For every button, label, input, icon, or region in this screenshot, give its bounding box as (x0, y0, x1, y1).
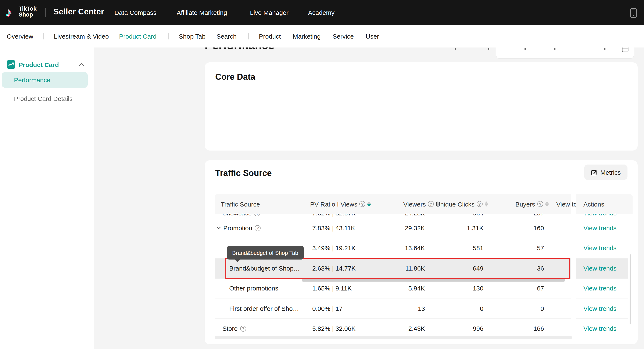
row-name: First order offer of Sho… (229, 305, 299, 312)
mobile-app-icon[interactable] (630, 8, 637, 18)
topnav-item-affiliate-marketing[interactable]: Affiliate Marketing (177, 9, 227, 16)
traffic-metrics-button[interactable]: Metrics (584, 165, 628, 180)
tab-overview[interactable]: Overview (7, 33, 33, 40)
help-icon[interactable]: ? (240, 325, 246, 331)
tab-marketing[interactable]: Marketing (293, 33, 321, 40)
view-trends-link[interactable]: View trends (584, 305, 616, 312)
table-row-actions: View trends (576, 218, 628, 238)
view-trends-link[interactable]: View trends (584, 284, 616, 292)
view-trends-link[interactable]: View trends (584, 224, 616, 231)
vertical-scrollbar-thumb[interactable] (630, 254, 631, 324)
cell-viewers: 24.25K (374, 214, 425, 217)
cell-unique-clicks: 964 (432, 214, 484, 217)
row-name: Showcase? (222, 214, 260, 217)
column-view-to-truncated: View to (556, 194, 577, 214)
row-name: Brand&budget of Shop… (229, 265, 300, 272)
cell-viewers: 2.43K (374, 325, 425, 332)
table-row: Other promotions1.65% | 9.11K5.94K13067 (215, 279, 571, 299)
cell-pv-ratio-views: 0.00% | 17 (312, 305, 342, 312)
cell-viewers: 11.86K (374, 265, 425, 272)
divider (43, 33, 44, 40)
tab-service[interactable]: Service (332, 33, 354, 40)
cell-unique-clicks: 581 (432, 244, 484, 251)
row-name: Promotion? (216, 224, 261, 231)
row-name-label: Showcase (222, 214, 252, 217)
core-data-card: Core Data (205, 62, 638, 151)
tiktok-logo-icon[interactable]: ♪ (6, 5, 12, 20)
cell-pv-ratio-views: 7.83% | 43.11K (312, 224, 355, 231)
cell-unique-clicks: 130 (432, 284, 484, 292)
row-name-label: Promotion (223, 224, 252, 231)
horizontal-scrollbar-track[interactable] (215, 336, 572, 339)
topnav-item-live-manager[interactable]: Live Manager (250, 9, 288, 16)
row-name: Store? (222, 325, 246, 332)
help-icon[interactable]: ? (537, 201, 543, 207)
table-row-actions: View trends (576, 259, 628, 279)
cell-pv-ratio-views: 2.68% | 14.77K (312, 265, 356, 272)
seller-center-title[interactable]: Seller Center (54, 7, 104, 17)
table-header-actions: Actions (576, 194, 632, 214)
sort-control[interactable] (545, 201, 549, 206)
help-icon[interactable]: ? (254, 214, 260, 216)
column-pv-ratio-views[interactable]: PV Ratio I Views ? (310, 194, 371, 214)
cell-pv-ratio-views: 1.65% | 9.11K (312, 284, 352, 292)
chevron-down-icon[interactable] (216, 226, 221, 229)
tab-product[interactable]: Product (259, 33, 281, 40)
topnav-item-data-compass[interactable]: Data Compass (114, 9, 156, 16)
cell-viewers: 13 (374, 305, 425, 312)
divider (45, 8, 46, 17)
column-unique-clicks[interactable]: Unique Clicks ? (427, 194, 488, 214)
view-trends-link[interactable]: View trends (584, 265, 616, 272)
tab-shop-tab[interactable]: Shop Tab (179, 33, 206, 40)
table-header: Traffic Source PV Ratio I Views ? Viewer… (215, 194, 571, 214)
table-row-actions: View trends (576, 279, 628, 299)
sidebar-item-performance-label[interactable]: Performance (14, 76, 50, 84)
row-tooltip: Brand&budget of Shop Tab (227, 246, 304, 259)
table-row: Store?5.82% | 32.06K2.43K996166 (215, 319, 571, 335)
cell-unique-clicks: 0 (432, 305, 484, 312)
help-icon[interactable]: ? (477, 201, 482, 207)
chevron-up-icon[interactable] (79, 63, 84, 66)
help-icon[interactable]: ? (255, 225, 261, 231)
clipped-text-fragment (554, 48, 556, 50)
cell-buyers: 166 (493, 325, 544, 332)
product-card-group[interactable] (7, 60, 15, 69)
traffic-source-title: Traffic Source (215, 168, 272, 178)
table-row: Brand&budget of Shop…2.68% | 14.77K11.86… (215, 259, 571, 279)
row-name-label: Store (222, 325, 238, 332)
tab-livestream-video[interactable]: Livestream & Video (54, 33, 109, 40)
table-row: First order offer of Sho…0.00% | 171300 (215, 299, 571, 319)
topnav-item-academy[interactable]: Academy (308, 9, 334, 16)
cell-unique-clicks: 1.31K (432, 224, 484, 231)
clipped-text-fragment (524, 48, 526, 50)
table-row-actions: View trends (576, 319, 628, 335)
tiktok-shop-wordmark[interactable]: TikTokShop (19, 6, 37, 18)
edit-icon (591, 169, 598, 175)
cell-pv-ratio-views: 7.62% | 52.07K (312, 214, 356, 217)
tooltip-caret (234, 259, 240, 262)
tab-product-card[interactable]: Product Card (119, 33, 156, 40)
sidebar-group-label[interactable]: Product Card (19, 61, 59, 68)
sort-control[interactable] (368, 201, 371, 206)
cell-viewers: 13.64K (374, 244, 425, 251)
traffic-metrics-button-label: Metrics (600, 169, 621, 176)
horizontal-scrollbar-thumb[interactable] (302, 279, 565, 281)
row-name-label: Brand&budget of Shop… (229, 265, 300, 272)
clipped-text-fragment (454, 48, 456, 50)
view-trends-link[interactable]: View trends (584, 214, 616, 217)
screen: Performance Core Data Compare trends Met… (0, 0, 644, 349)
table-row: Showcase?7.62% | 52.07K24.25K964267 (215, 214, 571, 218)
help-icon[interactable]: ? (360, 201, 366, 207)
row-name-label: First order offer of Sho… (229, 305, 299, 312)
column-buyers[interactable]: Buyers ? (494, 194, 549, 214)
view-trends-link[interactable]: View trends (584, 244, 616, 251)
view-trends-link[interactable]: View trends (584, 325, 616, 332)
tab-user[interactable]: User (366, 33, 379, 40)
cell-pv-ratio-views: 3.49% | 19.21K (312, 244, 356, 251)
cell-buyers: 67 (493, 284, 544, 292)
table-row-actions: View trends (576, 214, 628, 218)
table-row-actions: View trends (576, 299, 628, 319)
sort-control[interactable] (485, 201, 488, 206)
sidebar-item-product-card-details[interactable]: Product Card Details (14, 95, 73, 102)
tab-search[interactable]: Search (216, 33, 237, 40)
